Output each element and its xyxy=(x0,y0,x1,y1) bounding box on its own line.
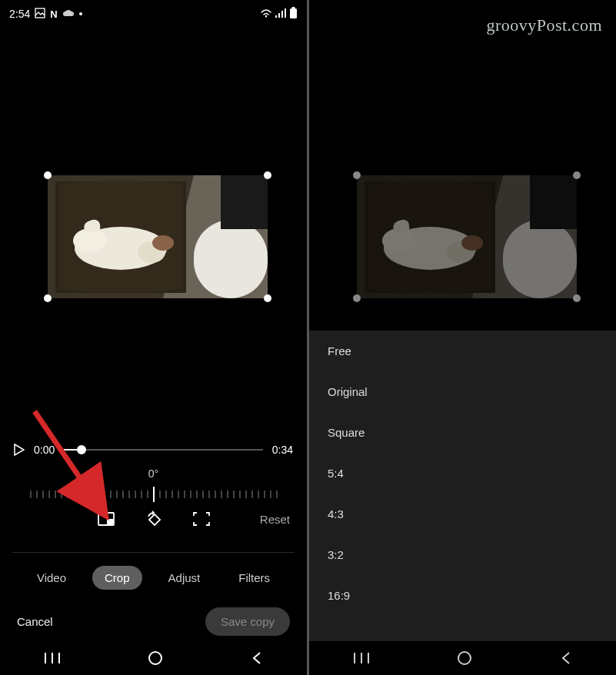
screen-crop-editor: 2:54 N xyxy=(0,0,307,675)
annotation-arrow xyxy=(31,407,115,523)
svg-rect-5 xyxy=(285,8,286,18)
aspect-option-4-3[interactable]: 4:3 xyxy=(309,494,616,534)
svg-point-16 xyxy=(152,235,174,251)
nav-back-icon[interactable] xyxy=(251,651,263,665)
playhead[interactable] xyxy=(77,445,86,454)
dim-overlay xyxy=(357,175,577,298)
divider xyxy=(12,552,295,553)
crop-handle-bottom-left-2[interactable] xyxy=(353,294,361,302)
svg-rect-60 xyxy=(148,514,159,525)
android-navbar xyxy=(0,641,307,675)
aspect-ratio-list: Free Original Square 5:4 4:3 3:2 16:9 xyxy=(309,331,616,641)
crop-handle-top-left-2[interactable] xyxy=(353,171,361,179)
crop-handle-top-right-2[interactable] xyxy=(573,171,581,179)
nav-home-icon-2[interactable] xyxy=(457,650,472,666)
playback-duration: 0:34 xyxy=(272,444,293,456)
svg-point-65 xyxy=(149,652,161,664)
svg-rect-3 xyxy=(278,13,280,18)
watermark-text: groovyPost.com xyxy=(486,15,602,35)
playback-current-time: 0:00 xyxy=(34,444,55,456)
tab-adjust[interactable]: Adjust xyxy=(156,566,213,590)
aspect-option-free[interactable]: Free xyxy=(309,331,616,371)
editor-tabs: Video Crop Adjust Filters xyxy=(0,566,307,590)
aspect-option-square[interactable]: Square xyxy=(309,412,616,453)
frame-corners-icon[interactable] xyxy=(193,512,210,526)
video-timeline[interactable] xyxy=(64,442,263,457)
crop-handle-top-left[interactable] xyxy=(44,171,52,179)
netflix-icon: N xyxy=(50,8,57,20)
wifi-icon xyxy=(260,8,272,20)
crop-tools-row: Reset xyxy=(0,510,307,527)
nav-recents-icon-2[interactable] xyxy=(353,651,370,665)
svg-rect-59 xyxy=(107,519,113,524)
bottom-actions: Cancel Save copy xyxy=(0,607,307,636)
battery-icon xyxy=(289,7,298,22)
cloud-icon xyxy=(62,8,75,20)
svg-rect-4 xyxy=(281,11,283,18)
crop-handle-top-right[interactable] xyxy=(264,171,271,179)
crop-handle-bottom-right-2[interactable] xyxy=(573,294,581,302)
svg-rect-7 xyxy=(292,7,295,8)
video-playbar: 0:00 0:34 xyxy=(14,442,293,457)
tab-video[interactable]: Video xyxy=(25,566,78,590)
save-copy-button[interactable]: Save copy xyxy=(205,607,290,636)
video-crop-area-2[interactable] xyxy=(357,175,577,298)
reset-button[interactable]: Reset xyxy=(260,513,290,526)
rotation-slider[interactable] xyxy=(0,484,307,504)
aspect-option-original[interactable]: Original xyxy=(309,371,616,412)
svg-point-1 xyxy=(265,15,267,17)
tab-filters[interactable]: Filters xyxy=(226,566,282,590)
status-time: 2:54 xyxy=(9,8,30,20)
crop-handle-bottom-right[interactable] xyxy=(264,294,271,302)
video-crop-area[interactable] xyxy=(48,175,268,298)
svg-rect-6 xyxy=(290,8,297,18)
svg-rect-0 xyxy=(35,8,45,18)
signal-icon xyxy=(275,8,286,20)
svg-rect-2 xyxy=(275,15,277,18)
screen-aspect-ratio-picker: groovyPost.com xyxy=(309,0,616,675)
android-navbar-2 xyxy=(309,641,616,675)
status-bar: 2:54 N xyxy=(0,0,307,28)
aspect-option-3-2[interactable]: 3:2 xyxy=(309,534,616,575)
image-icon xyxy=(35,8,45,21)
svg-point-78 xyxy=(458,652,471,664)
aspect-option-16-9[interactable]: 16:9 xyxy=(309,575,616,616)
rotation-angle-label: 0° xyxy=(0,467,307,480)
tab-crop[interactable]: Crop xyxy=(92,566,142,590)
aspect-ratio-icon[interactable] xyxy=(98,512,115,526)
nav-recents-icon[interactable] xyxy=(44,651,61,665)
video-thumbnail xyxy=(48,175,268,298)
cancel-button[interactable]: Cancel xyxy=(17,615,53,628)
nav-home-icon[interactable] xyxy=(148,650,163,666)
dot-icon xyxy=(79,12,82,15)
rotate-icon[interactable] xyxy=(145,510,162,527)
svg-rect-12 xyxy=(221,175,268,229)
rotation-control: 0° xyxy=(0,467,307,504)
svg-rect-11 xyxy=(194,220,268,298)
play-icon[interactable] xyxy=(14,444,25,456)
crop-handle-bottom-left[interactable] xyxy=(44,294,52,302)
aspect-option-5-4[interactable]: 5:4 xyxy=(309,453,616,494)
nav-back-icon-2[interactable] xyxy=(560,651,572,665)
